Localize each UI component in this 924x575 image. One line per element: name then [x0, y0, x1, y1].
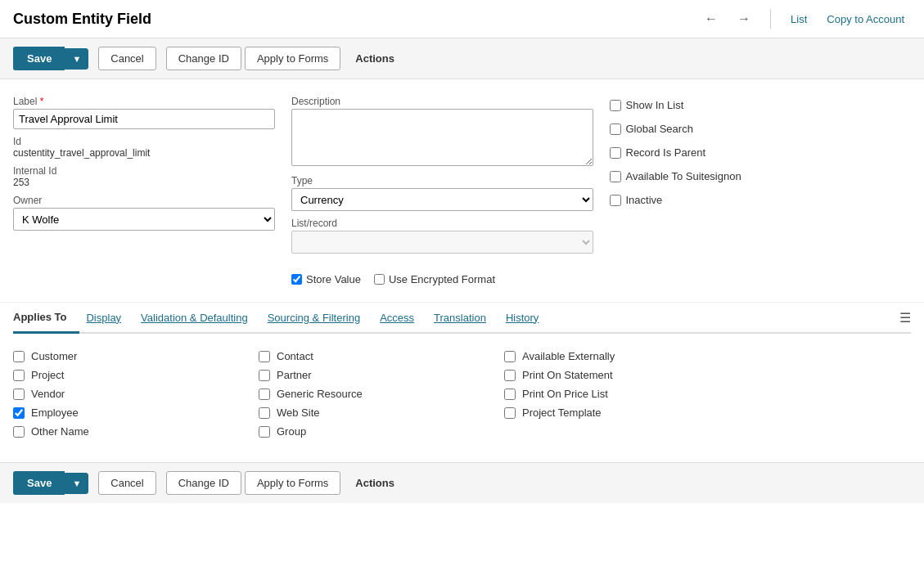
- show-in-list-checkbox[interactable]: [610, 100, 621, 111]
- list-link[interactable]: List: [784, 13, 814, 25]
- inactive-checkbox[interactable]: [610, 195, 621, 206]
- bottom-actions-button[interactable]: Actions: [344, 472, 406, 494]
- required-indicator: *: [40, 96, 44, 107]
- project-label: Project: [31, 369, 64, 381]
- group-checkbox[interactable]: [259, 426, 270, 438]
- type-field-group: Type Currency: [291, 175, 593, 211]
- nav-back-button[interactable]: ←: [698, 8, 724, 29]
- owner-select[interactable]: K Wolfe: [13, 208, 275, 231]
- record-is-parent-checkbox[interactable]: [610, 147, 621, 159]
- save-dropdown-button[interactable]: ▼: [65, 48, 88, 70]
- tab-translation[interactable]: Translation: [434, 303, 499, 332]
- description-label: Description: [291, 96, 593, 107]
- inactive-label: Inactive: [626, 194, 663, 206]
- cancel-button[interactable]: Cancel: [98, 47, 156, 70]
- page-header: Custom Entity Field ← → List Copy to Acc…: [0, 0, 924, 38]
- internal-id-label: Internal Id: [13, 165, 275, 177]
- partner-checkbox[interactable]: [259, 370, 270, 381]
- print-on-price-list-label: Print On Price List: [522, 388, 608, 400]
- bottom-save-dropdown-button[interactable]: ▼: [65, 473, 88, 494]
- other-name-checkbox[interactable]: [13, 426, 25, 438]
- generic-resource-checkbox[interactable]: [259, 389, 270, 400]
- bottom-change-id-button[interactable]: Change ID: [166, 471, 241, 495]
- page-title: Custom Entity Field: [13, 11, 698, 28]
- employee-checkbox[interactable]: [13, 407, 25, 419]
- global-search-checkbox[interactable]: [610, 124, 621, 135]
- list-record-group: List/record: [291, 218, 593, 254]
- tabs-menu-icon[interactable]: ☰: [899, 310, 911, 326]
- contact-label: Contact: [277, 350, 313, 362]
- internal-id-group: Internal Id 253: [13, 165, 275, 188]
- tab-sourcing[interactable]: Sourcing & Filtering: [268, 303, 373, 332]
- tab-access[interactable]: Access: [380, 303, 427, 332]
- available-to-suitesignon-row: Available To Suitesignon: [610, 170, 912, 182]
- use-encrypted-label: Use Encrypted Format: [389, 273, 495, 285]
- tab-history[interactable]: History: [506, 303, 552, 332]
- print-on-statement-label: Print On Statement: [522, 369, 613, 381]
- header-nav: ← → List Copy to Account: [698, 8, 911, 29]
- applies-project: Project: [13, 366, 259, 384]
- tab-validation[interactable]: Validation & Defaulting: [141, 303, 261, 332]
- store-value-checkbox[interactable]: [291, 274, 302, 285]
- list-record-select[interactable]: [291, 231, 593, 254]
- applies-web-site: Web Site: [259, 403, 504, 422]
- available-externally-checkbox[interactable]: [504, 351, 516, 362]
- form-grid: Label * Id custentity_travel_approval_li…: [13, 96, 911, 285]
- applies-customer: Customer: [13, 347, 259, 366]
- bottom-toolbar: Save ▼ Cancel Change ID Apply to Forms A…: [0, 462, 924, 503]
- web-site-checkbox[interactable]: [259, 407, 270, 419]
- applies-partner: Partner: [259, 366, 504, 384]
- use-encrypted-checkbox[interactable]: [374, 274, 385, 285]
- bottom-cancel-button[interactable]: Cancel: [98, 471, 156, 495]
- show-in-list-row: Show In List: [610, 99, 912, 111]
- applies-print-on-statement: Print On Statement: [504, 366, 911, 384]
- description-textarea[interactable]: [291, 109, 593, 166]
- tab-display[interactable]: Display: [86, 303, 134, 332]
- applies-contact: Contact: [259, 347, 504, 366]
- other-name-label: Other Name: [31, 425, 89, 438]
- actions-button[interactable]: Actions: [344, 47, 406, 70]
- label-input[interactable]: [13, 109, 275, 129]
- form-section: Label * Id custentity_travel_approval_li…: [0, 79, 924, 303]
- store-value-row: Store Value Use Encrypted Format: [291, 267, 593, 285]
- applies-grid: Customer Project Vendor Employee Other N…: [13, 347, 911, 441]
- nav-forward-button[interactable]: →: [731, 8, 757, 29]
- global-search-row: Global Search: [610, 123, 912, 135]
- applies-col-1: Customer Project Vendor Employee Other N…: [13, 347, 259, 441]
- vendor-label: Vendor: [31, 388, 65, 400]
- project-checkbox[interactable]: [13, 370, 25, 381]
- applies-group: Group: [259, 422, 504, 441]
- vendor-checkbox[interactable]: [13, 389, 25, 400]
- contact-checkbox[interactable]: [259, 351, 270, 362]
- id-label: Id: [13, 136, 275, 147]
- applies-col-2: Contact Partner Generic Resource Web Sit…: [259, 347, 504, 441]
- label-field-group: Label *: [13, 96, 275, 129]
- print-on-statement-checkbox[interactable]: [504, 370, 516, 381]
- applies-available-externally: Available Externally: [504, 347, 911, 366]
- save-button-group: Save ▼: [13, 47, 88, 70]
- internal-id-value: 253: [13, 177, 275, 188]
- change-id-button[interactable]: Change ID: [166, 47, 241, 70]
- applies-other-name: Other Name: [13, 422, 259, 441]
- available-to-suitesignon-checkbox[interactable]: [610, 171, 621, 182]
- form-col-1: Label * Id custentity_travel_approval_li…: [13, 96, 275, 285]
- record-is-parent-label: Record Is Parent: [626, 146, 706, 159]
- owner-field-group: Owner K Wolfe: [13, 195, 275, 231]
- copy-to-account-link[interactable]: Copy to Account: [820, 13, 911, 25]
- type-select[interactable]: Currency: [291, 188, 593, 211]
- partner-label: Partner: [277, 369, 312, 381]
- tab-applies-to[interactable]: Applies To: [13, 303, 79, 334]
- bottom-apply-to-forms-button[interactable]: Apply to Forms: [245, 471, 340, 495]
- label-field-label: Label *: [13, 96, 275, 107]
- applies-employee: Employee: [13, 403, 259, 422]
- applies-to-section: Customer Project Vendor Employee Other N…: [0, 334, 924, 454]
- print-on-price-list-checkbox[interactable]: [504, 389, 516, 400]
- applies-project-template: Project Template: [504, 403, 911, 422]
- apply-to-forms-button[interactable]: Apply to Forms: [245, 47, 340, 70]
- bottom-save-button[interactable]: Save: [13, 471, 65, 495]
- project-template-checkbox[interactable]: [504, 407, 516, 419]
- available-externally-label: Available Externally: [522, 350, 615, 362]
- customer-checkbox[interactable]: [13, 351, 25, 362]
- save-button[interactable]: Save: [13, 47, 65, 70]
- project-template-label: Project Template: [522, 407, 602, 419]
